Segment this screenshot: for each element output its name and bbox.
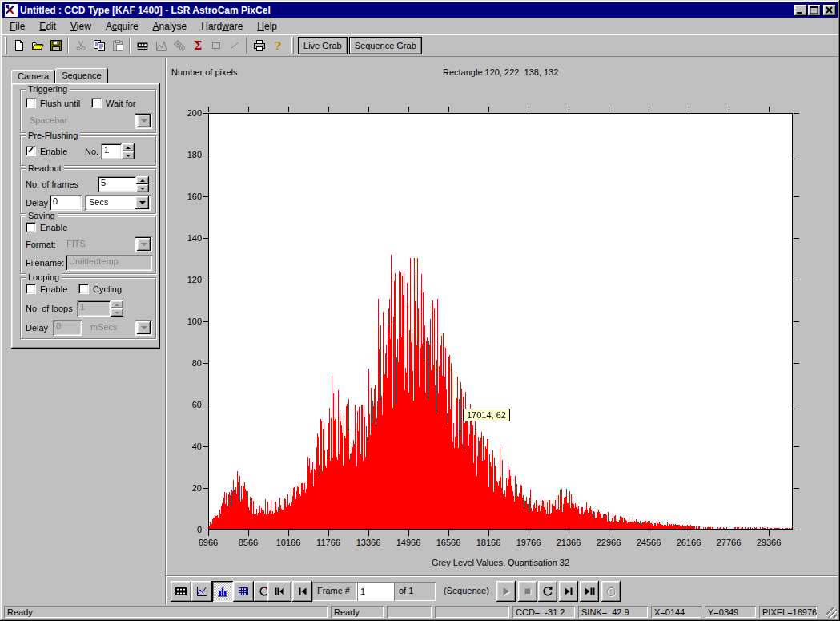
wait-for-checkbox[interactable]: Wait for: [91, 98, 136, 108]
menu-item-edit[interactable]: Edit: [32, 19, 63, 34]
step-forward-button[interactable]: [559, 581, 578, 602]
copy-button[interactable]: [90, 37, 108, 54]
preflush-enable-checkbox[interactable]: Enable: [26, 146, 67, 156]
checkbox-label: Enable: [40, 147, 67, 156]
preflush-count-stepper[interactable]: 1: [101, 143, 135, 159]
sequence-grab-button[interactable]: Sequence Grab: [349, 37, 422, 54]
menu-item-help[interactable]: Help: [250, 19, 284, 34]
x-tick-top: [729, 107, 729, 112]
loop-delay-field[interactable]: 0: [53, 320, 82, 336]
format-select[interactable]: FITS: [62, 236, 152, 252]
menu-item-file[interactable]: File: [2, 19, 32, 34]
stepper-up-icon[interactable]: [136, 176, 149, 184]
main-toolbar: Σ? Live Grab Sequence Grab: [2, 34, 838, 57]
y-tick-label: 0: [167, 525, 202, 534]
chevron-down-icon[interactable]: [135, 196, 149, 209]
line-select-button[interactable]: [225, 37, 243, 54]
close-button[interactable]: [823, 5, 836, 16]
table-view-button[interactable]: [233, 581, 254, 602]
help-button[interactable]: ?: [268, 37, 287, 54]
rewind-start-button[interactable]: [267, 581, 291, 602]
menu-item-acquire[interactable]: Acquire: [98, 19, 146, 34]
chevron-down-icon[interactable]: [137, 321, 151, 334]
y-tick-label: 120: [167, 275, 202, 284]
cycling-checkbox[interactable]: Cycling: [78, 284, 122, 294]
stepper-value[interactable]: 1: [101, 143, 122, 159]
settings-gears-button[interactable]: [170, 37, 188, 54]
table-view-icon: [237, 585, 250, 598]
chevron-down-icon[interactable]: [137, 115, 151, 127]
frames-stepper[interactable]: 5: [98, 176, 149, 192]
ccd-readout-button[interactable]: [133, 37, 151, 54]
stepper-value[interactable]: 5: [98, 176, 136, 192]
open-folder-button[interactable]: [28, 37, 46, 54]
print-button[interactable]: [250, 37, 268, 54]
flush-until-checkbox[interactable]: Flush until: [26, 98, 80, 108]
stepper-up-icon[interactable]: [122, 143, 135, 151]
status-x: X=0144: [651, 606, 701, 618]
play-button[interactable]: [496, 581, 516, 602]
checkbox-box: [26, 222, 36, 232]
histogram-button[interactable]: [151, 37, 170, 54]
live-grab-button[interactable]: Live Grab: [298, 37, 348, 54]
line-select-icon: [228, 39, 241, 52]
x-tick: [208, 530, 209, 536]
frame-number-input[interactable]: [357, 582, 394, 601]
stepper-down-icon[interactable]: [111, 308, 123, 317]
menu-item-hardware[interactable]: Hardware: [194, 19, 250, 34]
y-tick-right: [794, 238, 799, 239]
y-tick-right: [794, 196, 799, 197]
film-view-button[interactable]: [171, 581, 191, 602]
new-document-button[interactable]: [10, 37, 28, 54]
delay-field[interactable]: 0: [50, 195, 82, 211]
y-tick-label: 200: [167, 108, 202, 118]
frame-number-label: Frame #: [312, 582, 357, 601]
menu-item-analyse[interactable]: Analyse: [146, 19, 195, 34]
delay-units-select[interactable]: Secs: [85, 195, 151, 211]
paste-button[interactable]: [108, 37, 127, 54]
histogram-view-button[interactable]: [212, 581, 233, 602]
step-back-button[interactable]: [292, 581, 312, 602]
rectangle-select-button[interactable]: [207, 37, 225, 54]
resize-grip[interactable]: [826, 607, 837, 618]
toolbar-grip[interactable]: [5, 37, 7, 54]
loop-button[interactable]: [538, 581, 557, 602]
menu-item-view[interactable]: View: [63, 19, 98, 34]
group-title: Looping: [26, 272, 62, 282]
group-title: Saving: [26, 211, 58, 220]
title-bar[interactable]: Untitled : CCD Type [KAF 1400] - LSR Ast…: [2, 2, 838, 18]
app-window: Untitled : CCD Type [KAF 1400] - LSR Ast…: [0, 0, 840, 621]
preflush-count-label: No.: [85, 147, 98, 156]
tab-sequence[interactable]: Sequence: [55, 68, 108, 83]
cut-button[interactable]: [71, 37, 90, 54]
loops-stepper[interactable]: 1: [77, 300, 123, 317]
x-tick: [649, 530, 649, 536]
stepper-up-icon[interactable]: [111, 300, 123, 308]
stop-button[interactable]: [518, 581, 537, 602]
chevron-down-icon[interactable]: [137, 238, 151, 251]
line-plot-view-button[interactable]: [191, 581, 212, 602]
frame-toolbar: Frame # of 1 (Sequence): [166, 576, 838, 605]
stepper-value[interactable]: 1: [77, 300, 111, 317]
save-button[interactable]: [46, 37, 65, 54]
menu-bar: FileEditViewAcquireAnalyseHardwareHelp: [2, 18, 838, 34]
y-tick: [203, 321, 208, 322]
tab-camera[interactable]: Camera: [11, 70, 55, 83]
trigger-source-select[interactable]: Spacebar: [26, 113, 152, 129]
looping-enable-checkbox[interactable]: Enable: [26, 284, 67, 294]
timer-button[interactable]: [601, 581, 621, 602]
x-tick: [248, 530, 249, 536]
stepper-down-icon[interactable]: [122, 151, 135, 159]
saving-enable-checkbox[interactable]: Enable: [26, 222, 67, 232]
x-axis-title: Grey Level Values, Quantisation 32: [208, 558, 793, 567]
loop-delay-units-select[interactable]: mSecs: [86, 320, 152, 336]
play-to-end-button[interactable]: [580, 581, 599, 602]
minimize-button[interactable]: [794, 5, 807, 16]
histogram-canvas[interactable]: [209, 114, 792, 529]
toolbar-grip[interactable]: [291, 37, 294, 54]
sigma-sum-button[interactable]: Σ: [188, 37, 207, 54]
maximize-button[interactable]: [808, 5, 821, 16]
filename-field[interactable]: Untitledtemp: [66, 255, 152, 271]
pre-flushing-group: Pre-Flushing Enable No. 1: [20, 135, 156, 166]
stepper-down-icon[interactable]: [136, 184, 149, 192]
